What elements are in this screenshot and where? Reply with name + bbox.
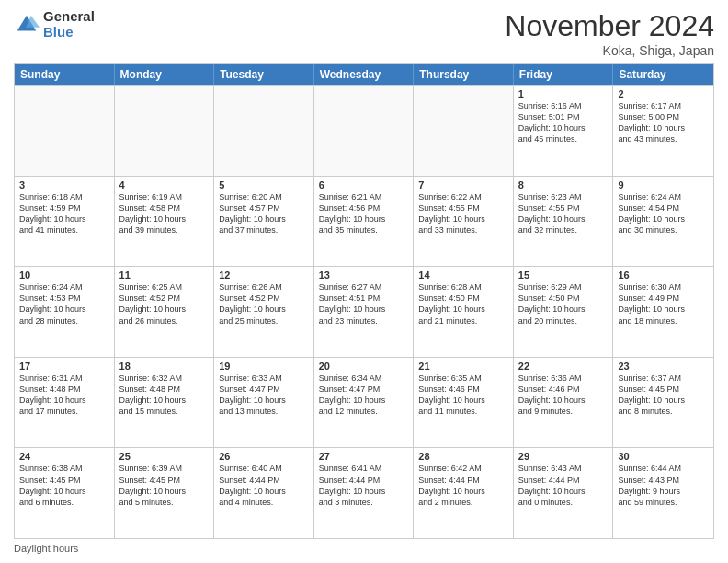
calendar-cell: 10Sunrise: 6:24 AMSunset: 4:53 PMDayligh… [15, 267, 115, 357]
header-day-friday: Friday [514, 64, 614, 85]
logo-text: General Blue [43, 9, 95, 40]
day-number: 18 [119, 361, 210, 372]
day-info: Sunrise: 6:29 AMSunset: 4:50 PMDaylight:… [518, 282, 609, 327]
day-info: Sunrise: 6:24 AMSunset: 4:53 PMDaylight:… [19, 282, 109, 327]
header-day-thursday: Thursday [414, 64, 514, 85]
day-number: 22 [518, 361, 609, 372]
day-number: 9 [618, 179, 709, 190]
logo-blue: Blue [43, 25, 95, 40]
day-info: Sunrise: 6:20 AMSunset: 4:57 PMDaylight:… [219, 191, 309, 236]
day-info: Sunrise: 6:30 AMSunset: 4:49 PMDaylight:… [618, 282, 709, 327]
calendar-cell [15, 86, 115, 176]
calendar-row-5: 24Sunrise: 6:38 AMSunset: 4:45 PMDayligh… [15, 447, 713, 538]
calendar-cell: 5Sunrise: 6:20 AMSunset: 4:57 PMDaylight… [214, 177, 314, 267]
day-number: 5 [219, 179, 309, 190]
day-number: 20 [319, 361, 409, 372]
day-number: 29 [518, 451, 609, 462]
title-block: November 2024 Koka, Shiga, Japan [505, 9, 714, 58]
calendar-cell: 23Sunrise: 6:37 AMSunset: 4:45 PMDayligh… [613, 358, 713, 448]
calendar-cell: 29Sunrise: 6:43 AMSunset: 4:44 PMDayligh… [514, 448, 614, 538]
calendar-cell: 15Sunrise: 6:29 AMSunset: 4:50 PMDayligh… [514, 267, 614, 357]
calendar-cell: 24Sunrise: 6:38 AMSunset: 4:45 PMDayligh… [15, 448, 115, 538]
day-number: 2 [618, 88, 709, 99]
calendar-cell: 3Sunrise: 6:18 AMSunset: 4:59 PMDaylight… [15, 177, 115, 267]
day-info: Sunrise: 6:16 AMSunset: 5:01 PMDaylight:… [518, 100, 609, 145]
day-info: Sunrise: 6:44 AMSunset: 4:43 PMDaylight:… [618, 463, 709, 508]
calendar-cell: 12Sunrise: 6:26 AMSunset: 4:52 PMDayligh… [214, 267, 314, 357]
calendar-header: SundayMondayTuesdayWednesdayThursdayFrid… [15, 64, 713, 85]
calendar-row-2: 3Sunrise: 6:18 AMSunset: 4:59 PMDaylight… [15, 176, 713, 267]
logo-icon [14, 12, 40, 38]
calendar-cell: 16Sunrise: 6:30 AMSunset: 4:49 PMDayligh… [613, 267, 713, 357]
day-info: Sunrise: 6:35 AMSunset: 4:46 PMDaylight:… [418, 373, 508, 418]
day-number: 15 [518, 270, 609, 281]
calendar-cell: 14Sunrise: 6:28 AMSunset: 4:50 PMDayligh… [414, 267, 514, 357]
calendar-row-4: 17Sunrise: 6:31 AMSunset: 4:48 PMDayligh… [15, 357, 713, 448]
day-info: Sunrise: 6:36 AMSunset: 4:46 PMDaylight:… [518, 373, 609, 418]
day-number: 13 [319, 270, 409, 281]
day-number: 30 [618, 451, 709, 462]
day-number: 12 [219, 270, 309, 281]
calendar-cell [414, 86, 514, 176]
day-info: Sunrise: 6:28 AMSunset: 4:50 PMDaylight:… [418, 282, 508, 327]
header-day-sunday: Sunday [15, 64, 115, 85]
day-number: 27 [319, 451, 409, 462]
day-number: 10 [19, 270, 109, 281]
page: General Blue November 2024 Koka, Shiga, … [0, 0, 728, 563]
day-info: Sunrise: 6:18 AMSunset: 4:59 PMDaylight:… [19, 191, 109, 236]
month-title: November 2024 [505, 9, 714, 43]
day-info: Sunrise: 6:27 AMSunset: 4:51 PMDaylight:… [319, 282, 409, 327]
header: General Blue November 2024 Koka, Shiga, … [14, 9, 714, 58]
day-number: 28 [418, 451, 508, 462]
calendar-cell: 9Sunrise: 6:24 AMSunset: 4:54 PMDaylight… [613, 177, 713, 267]
day-info: Sunrise: 6:38 AMSunset: 4:45 PMDaylight:… [19, 463, 109, 508]
calendar-cell: 30Sunrise: 6:44 AMSunset: 4:43 PMDayligh… [613, 448, 713, 538]
calendar-cell: 21Sunrise: 6:35 AMSunset: 4:46 PMDayligh… [414, 358, 514, 448]
calendar-row-1: 1Sunrise: 6:16 AMSunset: 5:01 PMDaylight… [15, 85, 713, 176]
calendar-cell: 18Sunrise: 6:32 AMSunset: 4:48 PMDayligh… [115, 358, 215, 448]
day-info: Sunrise: 6:21 AMSunset: 4:56 PMDaylight:… [319, 191, 409, 236]
day-info: Sunrise: 6:43 AMSunset: 4:44 PMDaylight:… [518, 463, 609, 508]
calendar-cell: 11Sunrise: 6:25 AMSunset: 4:52 PMDayligh… [115, 267, 215, 357]
header-day-wednesday: Wednesday [314, 64, 415, 85]
day-info: Sunrise: 6:32 AMSunset: 4:48 PMDaylight:… [119, 373, 210, 418]
day-number: 14 [418, 270, 508, 281]
calendar-cell [214, 86, 314, 176]
day-number: 7 [418, 179, 508, 190]
calendar-cell: 6Sunrise: 6:21 AMSunset: 4:56 PMDaylight… [314, 177, 415, 267]
day-info: Sunrise: 6:39 AMSunset: 4:45 PMDaylight:… [119, 463, 210, 508]
day-number: 21 [418, 361, 508, 372]
day-number: 19 [219, 361, 309, 372]
day-number: 11 [119, 270, 210, 281]
calendar-cell: 4Sunrise: 6:19 AMSunset: 4:58 PMDaylight… [115, 177, 215, 267]
header-day-tuesday: Tuesday [214, 64, 314, 85]
header-day-monday: Monday [115, 64, 215, 85]
calendar: SundayMondayTuesdayWednesdayThursdayFrid… [14, 63, 714, 539]
calendar-cell: 8Sunrise: 6:23 AMSunset: 4:55 PMDaylight… [514, 177, 614, 267]
footer-note: Daylight hours [14, 539, 714, 554]
day-number: 6 [319, 179, 409, 190]
calendar-cell: 27Sunrise: 6:41 AMSunset: 4:44 PMDayligh… [314, 448, 415, 538]
day-info: Sunrise: 6:17 AMSunset: 5:00 PMDaylight:… [618, 100, 709, 145]
day-info: Sunrise: 6:25 AMSunset: 4:52 PMDaylight:… [119, 282, 210, 327]
day-info: Sunrise: 6:23 AMSunset: 4:55 PMDaylight:… [518, 191, 609, 236]
calendar-cell: 13Sunrise: 6:27 AMSunset: 4:51 PMDayligh… [314, 267, 415, 357]
day-number: 8 [518, 179, 609, 190]
calendar-cell: 26Sunrise: 6:40 AMSunset: 4:44 PMDayligh… [214, 448, 314, 538]
day-number: 17 [19, 361, 109, 372]
logo-general: General [43, 9, 95, 25]
calendar-cell: 17Sunrise: 6:31 AMSunset: 4:48 PMDayligh… [15, 358, 115, 448]
day-info: Sunrise: 6:24 AMSunset: 4:54 PMDaylight:… [618, 191, 709, 236]
day-info: Sunrise: 6:19 AMSunset: 4:58 PMDaylight:… [119, 191, 210, 236]
day-info: Sunrise: 6:34 AMSunset: 4:47 PMDaylight:… [319, 373, 409, 418]
calendar-cell: 7Sunrise: 6:22 AMSunset: 4:55 PMDaylight… [414, 177, 514, 267]
day-number: 23 [618, 361, 709, 372]
calendar-cell [314, 86, 415, 176]
location: Koka, Shiga, Japan [505, 43, 714, 58]
calendar-cell: 2Sunrise: 6:17 AMSunset: 5:00 PMDaylight… [613, 86, 713, 176]
calendar-cell: 22Sunrise: 6:36 AMSunset: 4:46 PMDayligh… [514, 358, 614, 448]
day-info: Sunrise: 6:42 AMSunset: 4:44 PMDaylight:… [418, 463, 508, 508]
day-number: 4 [119, 179, 210, 190]
day-info: Sunrise: 6:26 AMSunset: 4:52 PMDaylight:… [219, 282, 309, 327]
calendar-row-3: 10Sunrise: 6:24 AMSunset: 4:53 PMDayligh… [15, 266, 713, 357]
